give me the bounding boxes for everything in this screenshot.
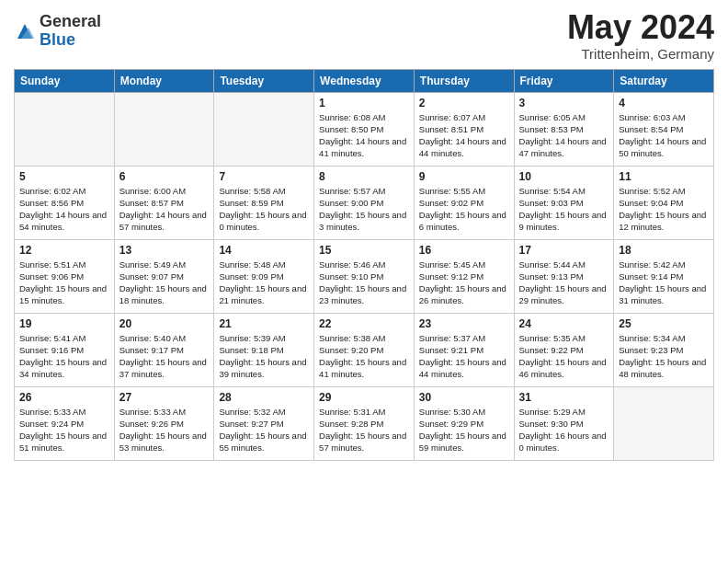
day-number: 16 bbox=[419, 244, 509, 257]
week-row: 5Sunrise: 6:02 AM Sunset: 8:56 PM Daylig… bbox=[15, 166, 714, 239]
calendar-cell: 27Sunrise: 5:33 AM Sunset: 9:26 PM Dayli… bbox=[114, 386, 214, 460]
title-block: May 2024 Trittenheim, Germany bbox=[567, 9, 714, 62]
day-info: Sunrise: 5:55 AM Sunset: 9:02 PM Dayligh… bbox=[419, 185, 509, 234]
day-number: 17 bbox=[519, 244, 609, 257]
day-info: Sunrise: 5:38 AM Sunset: 9:20 PM Dayligh… bbox=[319, 332, 409, 381]
day-number: 1 bbox=[319, 97, 409, 109]
day-info: Sunrise: 5:51 AM Sunset: 9:06 PM Dayligh… bbox=[19, 259, 109, 307]
day-info: Sunrise: 5:30 AM Sunset: 9:29 PM Dayligh… bbox=[419, 406, 509, 454]
day-info: Sunrise: 5:52 AM Sunset: 9:04 PM Dayligh… bbox=[619, 185, 709, 234]
day-info: Sunrise: 5:33 AM Sunset: 9:24 PM Dayligh… bbox=[19, 406, 109, 454]
calendar-cell: 5Sunrise: 6:02 AM Sunset: 8:56 PM Daylig… bbox=[15, 166, 115, 239]
calendar-cell: 10Sunrise: 5:54 AM Sunset: 9:03 PM Dayli… bbox=[514, 166, 614, 239]
day-info: Sunrise: 5:46 AM Sunset: 9:10 PM Dayligh… bbox=[319, 259, 409, 307]
calendar-cell: 18Sunrise: 5:42 AM Sunset: 9:14 PM Dayli… bbox=[614, 239, 714, 313]
day-number: 14 bbox=[219, 244, 309, 257]
calendar-cell: 13Sunrise: 5:49 AM Sunset: 9:07 PM Dayli… bbox=[114, 239, 214, 313]
calendar-cell: 3Sunrise: 6:05 AM Sunset: 8:53 PM Daylig… bbox=[514, 92, 614, 166]
day-info: Sunrise: 5:40 AM Sunset: 9:17 PM Dayligh… bbox=[119, 332, 210, 381]
calendar-cell bbox=[15, 92, 115, 166]
logo: General Blue bbox=[14, 13, 101, 50]
day-info: Sunrise: 5:34 AM Sunset: 9:23 PM Dayligh… bbox=[619, 332, 709, 381]
column-header-friday: Friday bbox=[514, 69, 614, 92]
day-info: Sunrise: 5:41 AM Sunset: 9:16 PM Dayligh… bbox=[19, 332, 109, 381]
day-number: 8 bbox=[319, 170, 409, 183]
logo-text: General Blue bbox=[40, 13, 101, 50]
column-header-thursday: Thursday bbox=[414, 69, 514, 92]
week-row: 26Sunrise: 5:33 AM Sunset: 9:24 PM Dayli… bbox=[15, 386, 714, 460]
day-info: Sunrise: 6:07 AM Sunset: 8:51 PM Dayligh… bbox=[419, 111, 509, 160]
week-row: 12Sunrise: 5:51 AM Sunset: 9:06 PM Dayli… bbox=[15, 239, 714, 313]
calendar-body: 1Sunrise: 6:08 AM Sunset: 8:50 PM Daylig… bbox=[15, 92, 714, 460]
day-number: 2 bbox=[419, 97, 509, 109]
day-number: 10 bbox=[519, 170, 609, 183]
day-number: 30 bbox=[419, 391, 509, 404]
column-header-wednesday: Wednesday bbox=[314, 69, 415, 92]
day-number: 9 bbox=[419, 170, 509, 183]
calendar-cell: 19Sunrise: 5:41 AM Sunset: 9:16 PM Dayli… bbox=[15, 313, 115, 386]
day-info: Sunrise: 5:48 AM Sunset: 9:09 PM Dayligh… bbox=[219, 259, 309, 307]
day-number: 18 bbox=[619, 244, 709, 257]
calendar-cell bbox=[214, 92, 314, 166]
column-header-saturday: Saturday bbox=[614, 69, 714, 92]
calendar-cell: 17Sunrise: 5:44 AM Sunset: 9:13 PM Dayli… bbox=[514, 239, 614, 313]
day-number: 11 bbox=[619, 170, 709, 183]
day-number: 21 bbox=[219, 317, 309, 330]
calendar-cell: 15Sunrise: 5:46 AM Sunset: 9:10 PM Dayli… bbox=[314, 239, 415, 313]
day-number: 26 bbox=[19, 391, 109, 404]
day-info: Sunrise: 5:49 AM Sunset: 9:07 PM Dayligh… bbox=[119, 259, 210, 307]
day-number: 24 bbox=[519, 317, 609, 330]
column-header-tuesday: Tuesday bbox=[214, 69, 314, 92]
calendar-cell: 25Sunrise: 5:34 AM Sunset: 9:23 PM Dayli… bbox=[614, 313, 714, 386]
calendar-cell: 28Sunrise: 5:32 AM Sunset: 9:27 PM Dayli… bbox=[214, 386, 314, 460]
day-number: 4 bbox=[619, 97, 709, 109]
day-number: 6 bbox=[119, 170, 210, 183]
day-number: 19 bbox=[19, 317, 109, 330]
week-row: 1Sunrise: 6:08 AM Sunset: 8:50 PM Daylig… bbox=[15, 92, 714, 166]
day-number: 12 bbox=[19, 244, 109, 257]
day-number: 5 bbox=[19, 170, 109, 183]
day-info: Sunrise: 5:57 AM Sunset: 9:00 PM Dayligh… bbox=[319, 185, 409, 234]
day-info: Sunrise: 5:39 AM Sunset: 9:18 PM Dayligh… bbox=[219, 332, 309, 381]
day-info: Sunrise: 5:45 AM Sunset: 9:12 PM Dayligh… bbox=[419, 259, 509, 307]
day-info: Sunrise: 5:44 AM Sunset: 9:13 PM Dayligh… bbox=[519, 259, 609, 307]
day-info: Sunrise: 6:05 AM Sunset: 8:53 PM Dayligh… bbox=[519, 111, 609, 160]
day-number: 13 bbox=[119, 244, 210, 257]
calendar-cell: 26Sunrise: 5:33 AM Sunset: 9:24 PM Dayli… bbox=[15, 386, 115, 460]
calendar-cell: 6Sunrise: 6:00 AM Sunset: 8:57 PM Daylig… bbox=[114, 166, 214, 239]
calendar-cell: 21Sunrise: 5:39 AM Sunset: 9:18 PM Dayli… bbox=[214, 313, 314, 386]
calendar-cell: 16Sunrise: 5:45 AM Sunset: 9:12 PM Dayli… bbox=[414, 239, 514, 313]
day-info: Sunrise: 5:32 AM Sunset: 9:27 PM Dayligh… bbox=[219, 406, 309, 454]
calendar-cell: 14Sunrise: 5:48 AM Sunset: 9:09 PM Dayli… bbox=[214, 239, 314, 313]
calendar-title: May 2024 bbox=[567, 9, 714, 46]
day-number: 7 bbox=[219, 170, 309, 183]
calendar-cell: 23Sunrise: 5:37 AM Sunset: 9:21 PM Dayli… bbox=[414, 313, 514, 386]
calendar-cell: 11Sunrise: 5:52 AM Sunset: 9:04 PM Dayli… bbox=[614, 166, 714, 239]
logo-general: General bbox=[40, 13, 101, 31]
day-number: 22 bbox=[319, 317, 409, 330]
header-row: SundayMondayTuesdayWednesdayThursdayFrid… bbox=[15, 69, 714, 92]
calendar-cell: 12Sunrise: 5:51 AM Sunset: 9:06 PM Dayli… bbox=[15, 239, 115, 313]
day-number: 28 bbox=[219, 391, 309, 404]
calendar-cell: 8Sunrise: 5:57 AM Sunset: 9:00 PM Daylig… bbox=[314, 166, 415, 239]
day-info: Sunrise: 5:31 AM Sunset: 9:28 PM Dayligh… bbox=[319, 406, 409, 454]
day-info: Sunrise: 6:02 AM Sunset: 8:56 PM Dayligh… bbox=[19, 185, 109, 234]
day-info: Sunrise: 5:33 AM Sunset: 9:26 PM Dayligh… bbox=[119, 406, 210, 454]
week-row: 19Sunrise: 5:41 AM Sunset: 9:16 PM Dayli… bbox=[15, 313, 714, 386]
day-info: Sunrise: 5:42 AM Sunset: 9:14 PM Dayligh… bbox=[619, 259, 709, 307]
logo-icon bbox=[14, 20, 36, 42]
calendar-cell: 9Sunrise: 5:55 AM Sunset: 9:02 PM Daylig… bbox=[414, 166, 514, 239]
calendar-cell: 22Sunrise: 5:38 AM Sunset: 9:20 PM Dayli… bbox=[314, 313, 415, 386]
logo-blue: Blue bbox=[40, 31, 101, 50]
page-header: General Blue May 2024 Trittenheim, Germa… bbox=[14, 9, 714, 62]
day-info: Sunrise: 6:03 AM Sunset: 8:54 PM Dayligh… bbox=[619, 111, 709, 160]
day-number: 15 bbox=[319, 244, 409, 257]
calendar-cell: 30Sunrise: 5:30 AM Sunset: 9:29 PM Dayli… bbox=[414, 386, 514, 460]
calendar-cell: 31Sunrise: 5:29 AM Sunset: 9:30 PM Dayli… bbox=[514, 386, 614, 460]
day-info: Sunrise: 6:00 AM Sunset: 8:57 PM Dayligh… bbox=[119, 185, 210, 234]
calendar-cell: 29Sunrise: 5:31 AM Sunset: 9:28 PM Dayli… bbox=[314, 386, 415, 460]
day-number: 29 bbox=[319, 391, 409, 404]
calendar-cell bbox=[114, 92, 214, 166]
calendar-cell: 4Sunrise: 6:03 AM Sunset: 8:54 PM Daylig… bbox=[614, 92, 714, 166]
calendar-cell: 1Sunrise: 6:08 AM Sunset: 8:50 PM Daylig… bbox=[314, 92, 415, 166]
